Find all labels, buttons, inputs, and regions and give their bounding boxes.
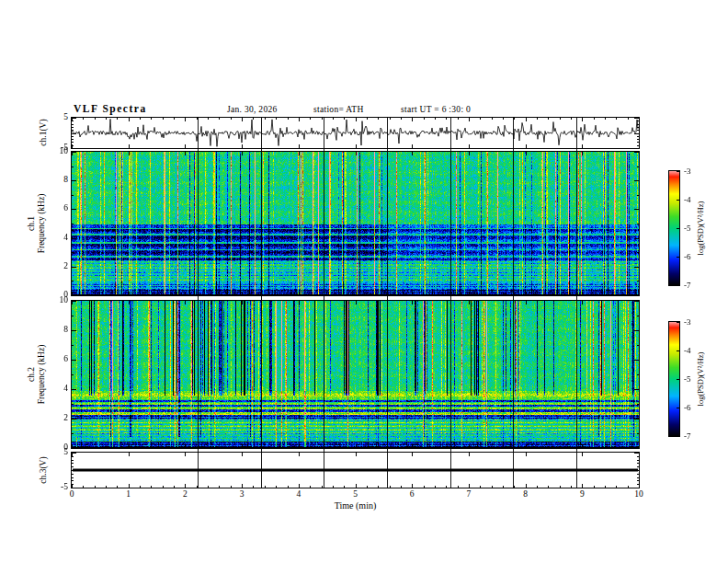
x-tick-mark: [72, 118, 73, 121]
x-tick-mark: [242, 484, 243, 488]
x-minor-tick-mark: [333, 118, 334, 120]
x-minor-tick-mark: [458, 118, 459, 120]
y-tick-mark: [72, 374, 74, 375]
x-tick-mark: [526, 484, 527, 488]
x-tick-mark: [129, 444, 130, 448]
segment-boundary-line: [513, 118, 514, 488]
x-minor-tick-mark: [378, 486, 379, 488]
y-tick-mark: [637, 456, 639, 457]
y-tick-mark: [72, 448, 76, 449]
x-tick-mark: [242, 292, 243, 295]
x-minor-tick-mark: [628, 486, 629, 488]
y-tick-mark: [72, 404, 74, 405]
x-tick-mark: [639, 118, 640, 121]
y-tick-label: 2: [44, 413, 68, 423]
vlf-spectra-figure: VLF Spectra Jan. 30, 2026 station= ATH s…: [0, 0, 728, 563]
y-tick-label: -5: [44, 482, 68, 492]
x-tick-mark: [242, 444, 243, 448]
y-tick-mark: [634, 267, 639, 268]
y-tick-mark: [634, 488, 639, 488]
x-tick-mark: [129, 118, 130, 121]
y-tick-label: 10: [44, 146, 68, 156]
y-tick-mark: [637, 139, 639, 140]
x-minor-tick-mark: [253, 118, 254, 120]
x-tick-mark: [412, 144, 413, 148]
y-tick-mark: [72, 180, 76, 181]
y-tick-mark: [634, 209, 639, 210]
x-minor-tick-mark: [106, 486, 107, 488]
y-tick-mark: [72, 460, 74, 461]
figure-station: station= ATH: [313, 105, 364, 114]
ch1-spectrogram-canvas: [72, 152, 639, 295]
x-minor-tick-mark: [276, 118, 277, 120]
y-tick-mark: [634, 295, 639, 296]
x-tick-mark: [129, 453, 130, 456]
x-minor-tick-mark: [117, 486, 118, 488]
y-tick-mark: [72, 330, 76, 331]
x-tick-mark: [582, 484, 583, 488]
x-tick-mark: [469, 453, 470, 456]
x-tick-mark: [412, 118, 413, 121]
x-tick-mark: [356, 144, 357, 148]
x-minor-tick-mark: [594, 118, 595, 120]
x-tick-mark: [469, 144, 470, 148]
x-tick-mark: [526, 444, 527, 448]
x-minor-tick-mark: [548, 486, 549, 488]
x-tick-label: 8: [515, 489, 537, 500]
y-tick-mark: [72, 474, 74, 475]
x-tick-mark: [129, 301, 130, 304]
x-minor-tick-mark: [231, 486, 232, 488]
x-minor-tick-mark: [344, 486, 345, 488]
y-tick-mark: [72, 195, 74, 196]
x-minor-tick-mark: [163, 118, 164, 120]
y-tick-mark: [634, 148, 639, 149]
x-minor-tick-mark: [503, 486, 504, 488]
y-tick-mark: [72, 148, 76, 149]
x-tick-mark: [72, 484, 73, 488]
x-minor-tick-mark: [492, 486, 493, 488]
y-tick-mark: [637, 477, 639, 478]
x-tick-mark: [185, 118, 186, 121]
colorbar-tick-mark: [677, 436, 680, 437]
x-tick-mark: [526, 301, 527, 304]
x-tick-mark: [639, 292, 640, 295]
x-minor-tick-mark: [276, 486, 277, 488]
segment-boundary-line: [387, 118, 388, 488]
x-tick-mark: [356, 484, 357, 488]
x-minor-tick-mark: [560, 486, 561, 488]
y-tick-mark: [72, 345, 74, 346]
y-tick-mark: [637, 345, 639, 346]
x-minor-tick-mark: [503, 118, 504, 120]
y-tick-mark: [634, 330, 639, 331]
x-tick-mark: [129, 144, 130, 148]
x-tick-mark: [72, 144, 73, 148]
x-tick-mark: [356, 152, 357, 155]
x-minor-tick-mark: [367, 118, 368, 120]
x-minor-tick-mark: [424, 486, 425, 488]
y-tick-mark: [637, 463, 639, 464]
y-tick-label: 4: [44, 233, 68, 243]
colorbar-tick-mark: [677, 350, 680, 351]
colorbar-tick-mark: [677, 379, 680, 380]
x-tick-mark: [299, 484, 300, 488]
segment-boundary-line: [261, 118, 262, 488]
x-tick-mark: [356, 301, 357, 304]
x-tick-mark: [469, 118, 470, 121]
x-tick-mark: [299, 292, 300, 295]
x-minor-tick-mark: [514, 118, 515, 120]
y-tick-mark: [637, 167, 639, 167]
y-tick-mark: [72, 142, 74, 143]
x-tick-mark: [639, 301, 640, 304]
segment-boundary-line: [450, 118, 451, 488]
y-tick-mark: [634, 419, 639, 419]
x-tick-mark: [412, 484, 413, 488]
x-minor-tick-mark: [322, 486, 323, 488]
x-minor-tick-mark: [219, 486, 220, 488]
y-tick-mark: [72, 127, 74, 128]
ch3-waveform-panel: [71, 452, 640, 488]
ch3-waveform-canvas: [72, 453, 639, 488]
x-tick-mark: [526, 118, 527, 121]
x-tick-mark: [72, 444, 73, 448]
colorbar-tick-mark: [677, 257, 680, 258]
y-tick-mark: [637, 480, 639, 481]
